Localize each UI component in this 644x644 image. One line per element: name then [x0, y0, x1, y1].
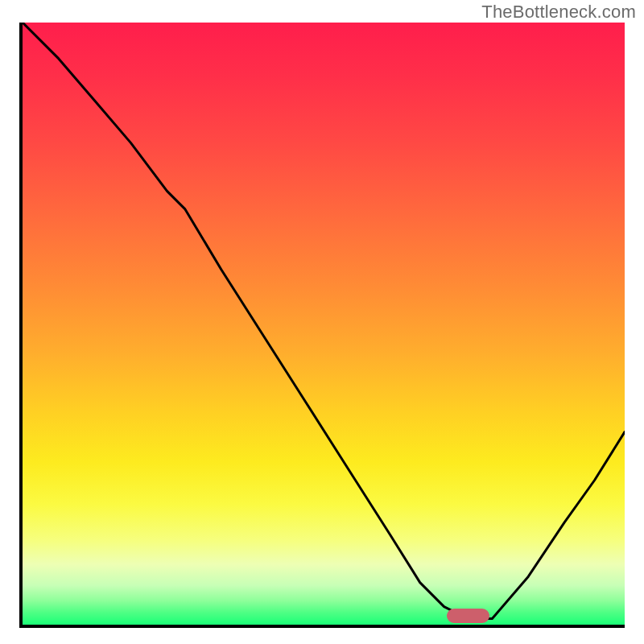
curve-path [23, 23, 625, 619]
optimal-marker [447, 609, 489, 623]
chart-area [19, 23, 625, 628]
watermark-text: TheBottleneck.com [481, 2, 636, 23]
bottleneck-curve [23, 23, 625, 625]
